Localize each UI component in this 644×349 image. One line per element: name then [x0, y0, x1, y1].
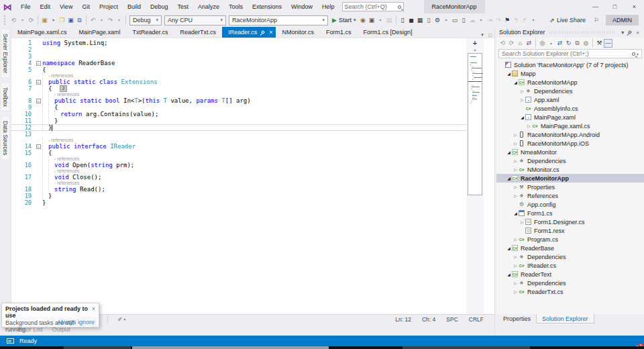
float-window-icon[interactable]: □ [489, 33, 492, 38]
nuget-icon[interactable]: ◍ [582, 40, 590, 46]
save-icon[interactable]: ▣ [66, 14, 75, 26]
device-icon[interactable]: ▯ [425, 14, 433, 26]
solution-search-input[interactable]: Search Solution Explorer (Ctrl+;) ▾ [498, 49, 642, 58]
expand-arrow-icon[interactable]: ▷ [513, 237, 519, 242]
taskbar-item[interactable] [64, 346, 131, 349]
toolbar-grip[interactable] [4, 15, 7, 25]
tree-item-racemonitormapp-ios[interactable]: ▷RaceMonitorMApp.iOS [496, 139, 644, 148]
document-tab-readertxt.cs[interactable]: ReaderTxt.cs [174, 27, 223, 38]
overflow-chevron-icon[interactable]: ▾ [376, 14, 385, 26]
code-text-area[interactable]: 1using System.Linq;234−namespace ReaderB… [11, 38, 466, 314]
archive-icon[interactable]: ◼ [407, 14, 416, 26]
expand-arrow-icon[interactable]: ▷ [513, 254, 519, 259]
close-icon[interactable]: × [92, 305, 95, 312]
fold-collapse-icon[interactable]: − [36, 99, 41, 103]
tree-item-nmeamonitor[interactable]: ◢NmeaMonitor [496, 148, 644, 156]
fold-collapse-icon[interactable]: − [36, 80, 41, 85]
menu-extensions[interactable]: Extensions [248, 0, 286, 13]
collapse-arrow-icon[interactable]: ◢ [506, 71, 512, 76]
window-position-menu-icon[interactable]: ▾ [621, 30, 624, 36]
expand-arrow-icon[interactable]: ▷ [526, 123, 532, 128]
live-share-button[interactable]: ⇗ Live Share [549, 17, 586, 23]
settings-gear-icon[interactable]: ⚙ [433, 14, 442, 26]
menu-help[interactable]: Help [317, 0, 339, 13]
platform-dropdown[interactable]: Any CPU▾ [164, 15, 226, 26]
expand-arrow-icon[interactable]: ▷ [513, 141, 519, 146]
expand-arrow-icon[interactable]: ▷ [513, 185, 519, 189]
prev-bookmark-icon[interactable]: ↰ [512, 14, 521, 26]
tree-item-app-xaml[interactable]: ▷App.xaml [496, 95, 644, 104]
tree-item-form1-designer-cs[interactable]: ▷Form1.Designer.cs [496, 217, 644, 226]
tree-item-racemonitormapp[interactable]: ◢RaceMonitorMApp [496, 78, 644, 87]
tree-item-assemblyinfo-cs[interactable]: AssemblyInfo.cs [496, 104, 644, 113]
line-ending-indicator[interactable]: CRLF [469, 316, 484, 323]
expand-arrow-icon[interactable]: ▷ [519, 219, 525, 224]
line-indicator[interactable]: Ln: 12 [395, 316, 411, 323]
step-into-icon[interactable]: ⇥ [486, 14, 494, 26]
next-bookmark-icon[interactable]: ↱ [521, 14, 529, 26]
quick-search-input[interactable]: Search (Ctrl+Q) [342, 2, 404, 11]
fold-collapse-icon[interactable]: − [36, 144, 41, 149]
collapse-arrow-icon[interactable]: ◢ [506, 150, 512, 154]
close-icon[interactable]: × [636, 30, 639, 36]
refresh-icon[interactable]: ↻ [564, 40, 573, 46]
chevron-down-icon[interactable]: ▾ [123, 317, 125, 321]
menu-window[interactable]: Window [286, 0, 317, 13]
spaces-indicator[interactable]: SPC [446, 316, 458, 323]
preview-selected-icon[interactable]: — [604, 39, 612, 48]
tree-item-references[interactable]: ▷References [496, 191, 644, 200]
expand-arrow-icon[interactable]: ▷ [513, 281, 519, 285]
tablet-icon[interactable]: ▯ [460, 14, 468, 26]
pin-icon[interactable] [628, 30, 632, 34]
tree-item-properties[interactable]: ▷Properties [496, 183, 644, 191]
live-property-icon[interactable]: ▣ [368, 14, 376, 26]
solution-explorer-title-bar[interactable]: Solution Explorer ▾ × [496, 27, 644, 38]
tool-window-tab-properties[interactable]: Properties [498, 314, 536, 323]
always-ignore-link[interactable]: Always ignore [57, 319, 95, 326]
tree-item-form1-cs[interactable]: ◢Form1.cs [496, 209, 644, 217]
menu-project[interactable]: Project [95, 0, 123, 13]
collapse-arrow-icon[interactable]: ◢ [506, 176, 512, 181]
overflow-chevron-icon[interactable]: ▾ [477, 14, 486, 26]
taskbar-item[interactable] [132, 346, 329, 349]
collapse-all-icon[interactable]: ⧉ [573, 40, 582, 47]
menu-view[interactable]: View [55, 0, 77, 13]
expand-arrow-icon[interactable]: ▷ [513, 193, 519, 198]
menu-edit[interactable]: Edit [36, 0, 56, 13]
document-tab-mainpage.xaml.cs[interactable]: MainPage.xaml.cs [11, 27, 73, 38]
tool-window-tab-solution-explorer[interactable]: Solution Explorer [536, 314, 594, 323]
code-cleanup-broom-icon[interactable]: ✐ [117, 316, 122, 323]
paste-icon[interactable]: ▤ [385, 14, 394, 26]
tree-item-dependencies[interactable]: ▷Dependencies [496, 156, 644, 165]
sidebar-tab-server-explorer[interactable]: Server Explorer [1, 29, 10, 78]
tree-item-app-config[interactable]: App.config [496, 200, 644, 209]
filter-dropdown-icon[interactable]: ▾ [547, 41, 555, 46]
nav-back-icon[interactable]: ⟲ [9, 14, 18, 26]
maximize-button[interactable]: □ [605, 0, 625, 13]
menu-analyze[interactable]: Analyze [193, 0, 224, 13]
tree-item-mainpage-xaml-cs[interactable]: ▷MainPage.xaml.cs [496, 121, 644, 130]
editor-split-handle-icon[interactable]: + [473, 40, 477, 46]
minimize-button[interactable]: — [586, 0, 605, 13]
tree-item-dependencies[interactable]: ▷Dependencies [496, 87, 644, 95]
expand-arrow-icon[interactable]: ▷ [519, 89, 525, 93]
tree-item-racemonitormapp-android[interactable]: ▷RaceMonitorMApp.Android [496, 130, 644, 139]
open-folder-icon[interactable]: ❐ [58, 14, 66, 26]
tree-item-mapp[interactable]: ◢Mapp [496, 69, 644, 78]
pin-icon[interactable] [261, 30, 265, 34]
screenshot-icon[interactable]: ▦ [416, 14, 425, 26]
close-icon[interactable]: × [269, 29, 272, 36]
se-forward-icon[interactable]: ⟳ [507, 40, 516, 46]
cloud-icon[interactable]: ☁ [468, 14, 477, 26]
menu-tools[interactable]: Tools [224, 0, 248, 13]
tree-item-racemonitorapp[interactable]: ◢RaceMonitorApp [496, 174, 644, 183]
minimap-scrollbar[interactable]: + ▲ [466, 38, 484, 314]
overflow-chevron-icon[interactable]: ▾ [529, 14, 538, 26]
bookmark-icon[interactable]: ⚑ [503, 14, 512, 26]
expand-arrow-icon[interactable]: ▷ [513, 289, 519, 294]
new-item-dropdown-icon[interactable]: ▾ [49, 14, 58, 26]
close-button[interactable]: × [625, 0, 644, 13]
admin-account-button[interactable]: ADMIN [606, 15, 639, 26]
menu-build[interactable]: Build [123, 0, 146, 13]
step-over-icon[interactable]: ↷ [494, 14, 503, 26]
